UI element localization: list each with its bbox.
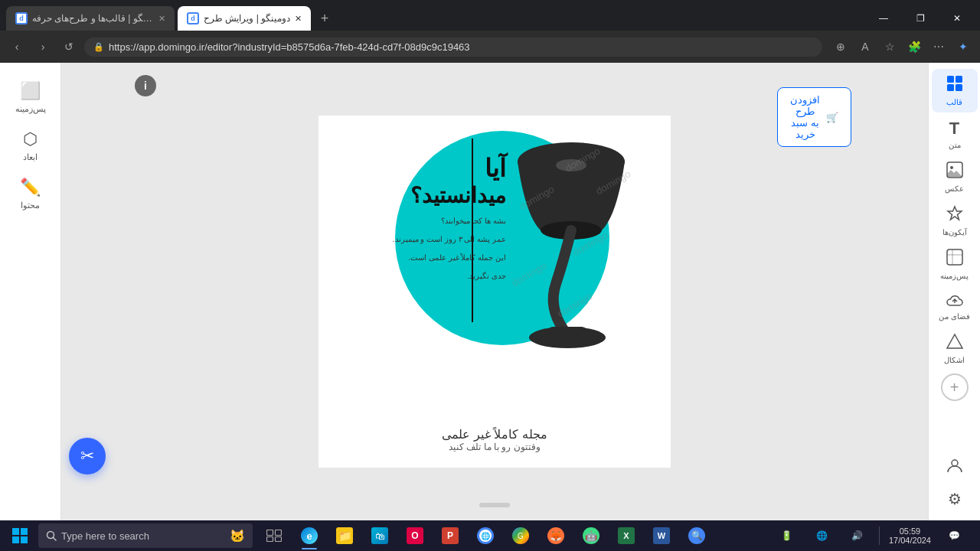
- maximize-button[interactable]: ❐: [903, 6, 937, 31]
- shapes-icon: ⬡: [23, 129, 38, 149]
- cloud-icon: [946, 292, 963, 310]
- gear-icon: ⚙: [948, 490, 962, 508]
- template-icon: [946, 75, 963, 96]
- panel-item-background[interactable]: پس‌زمینه: [932, 243, 978, 286]
- tab-close-2[interactable]: ✕: [295, 14, 302, 24]
- panel-item-photo[interactable]: عکس: [932, 155, 978, 199]
- close-button[interactable]: ✕: [940, 6, 974, 31]
- tab-favicon-2: d: [187, 12, 199, 24]
- copilot-icon[interactable]: ✦: [952, 36, 974, 57]
- taskbar-search-placeholder: Type here to search: [61, 530, 149, 542]
- panel-item-cloud[interactable]: فضای من: [932, 286, 978, 327]
- design-canvas: domingo domingo domingo domingo domingo …: [318, 116, 671, 468]
- extensions-icon[interactable]: 🧩: [903, 36, 925, 57]
- svg-rect-16: [21, 528, 28, 535]
- shapes-panel-icon: [946, 333, 963, 354]
- bottom-text-main: مجله کاملاً غیر علمی: [318, 427, 671, 442]
- panel-bottom: ⚙: [932, 451, 978, 520]
- back-button[interactable]: ‹: [6, 36, 28, 57]
- bottom-text-sub: وقتتون رو با ما تلف کنید: [318, 442, 671, 452]
- svg-point-9: [952, 460, 958, 466]
- browser-tab-2[interactable]: d دومینگو | ویرایش طرح ✕: [178, 6, 311, 31]
- tab-close-1[interactable]: ✕: [158, 14, 165, 24]
- add-tab-icon[interactable]: ⊕: [830, 36, 851, 57]
- svg-rect-22: [276, 530, 282, 536]
- start-button[interactable]: [3, 520, 37, 551]
- add-to-cart-button[interactable]: 🛒 افزودن طرح به سبد خرید: [777, 87, 851, 147]
- taskbar-taskview[interactable]: [257, 520, 291, 551]
- left-toolbar: ⬜ پس‌زمینه ⬡ ابعاد ✏️ محتوا: [0, 63, 61, 520]
- svg-rect-3: [956, 84, 962, 91]
- taskbar-firefox[interactable]: 🦊: [539, 520, 573, 551]
- new-tab-button[interactable]: +: [314, 8, 335, 29]
- svg-rect-1: [956, 76, 962, 83]
- forward-button[interactable]: ›: [32, 36, 54, 57]
- subtext-line1: بشه ها کجا میخوابند؟: [334, 215, 506, 227]
- window-controls: — ❐ ✕: [867, 6, 974, 31]
- taskbar-powerpoint[interactable]: P: [433, 520, 467, 551]
- bookmark-icon[interactable]: ☆: [879, 36, 900, 57]
- svg-rect-24: [276, 537, 282, 542]
- minimize-button[interactable]: —: [867, 6, 900, 31]
- subtext-line3: این جمله کاملاً غیر علمی است.: [334, 252, 506, 264]
- lock-icon: 🔒: [93, 42, 104, 52]
- svg-marker-6: [948, 207, 962, 220]
- scroll-handle[interactable]: [479, 497, 510, 513]
- battery-icon[interactable]: 🔋: [770, 520, 804, 551]
- panel-item-shapes[interactable]: اشکال: [932, 327, 978, 370]
- taskbar-edge[interactable]: e: [292, 520, 326, 551]
- fab-icon: ✂: [80, 446, 94, 466]
- clock-date: 17/04/2024: [889, 536, 931, 545]
- taskbar-office[interactable]: O: [398, 520, 432, 551]
- svg-rect-0: [947, 76, 954, 83]
- address-box[interactable]: 🔒 https://app.domingo.ir/editor?industry…: [84, 37, 822, 57]
- taskbar-search-box[interactable]: Type here to search 🐱: [38, 523, 253, 548]
- svg-marker-8: [947, 334, 962, 348]
- svg-point-14: [556, 159, 586, 171]
- icons-label: آیکون‌ها: [942, 228, 967, 236]
- background-label: پس‌زمینه: [15, 104, 46, 114]
- svg-rect-7: [947, 249, 962, 265]
- taskbar-store[interactable]: 🛍: [363, 520, 397, 551]
- translate-icon[interactable]: A: [854, 36, 876, 57]
- panel-item-account[interactable]: [932, 451, 978, 484]
- panel-item-icons[interactable]: آیکون‌ها: [932, 199, 978, 243]
- add-panel-button[interactable]: +: [941, 373, 969, 401]
- tool-content[interactable]: ✏️ محتوا: [4, 171, 57, 217]
- refresh-button[interactable]: ↺: [58, 36, 80, 57]
- shapes-panel-label: اشکال: [944, 356, 965, 364]
- system-clock[interactable]: 05:59 17/04/2024: [884, 527, 936, 545]
- svg-rect-15: [12, 528, 19, 535]
- text-label: متن: [949, 141, 961, 149]
- text-icon: T: [949, 119, 959, 139]
- taskbar-chrome[interactable]: 🌐: [469, 520, 502, 551]
- fab-button[interactable]: ✂: [69, 438, 106, 474]
- taskbar-chrome2[interactable]: G: [504, 520, 537, 551]
- photo-icon: [946, 161, 963, 182]
- svg-point-5: [950, 166, 953, 169]
- tab-bar: d دومینگو | قالب‌ها و طرح‌های حرفه‌... ✕…: [0, 0, 980, 31]
- taskbar-explorer[interactable]: 📁: [328, 520, 361, 551]
- tool-background[interactable]: ⬜ پس‌زمینه: [4, 75, 57, 120]
- browser-tab-1[interactable]: d دومینگو | قالب‌ها و طرح‌های حرفه‌... ✕: [6, 6, 175, 31]
- network-icon[interactable]: 🌐: [805, 520, 839, 551]
- more-icon[interactable]: ⋯: [928, 36, 949, 57]
- taskbar-search-app[interactable]: 🔍: [680, 520, 714, 551]
- panel-item-gear[interactable]: ⚙: [932, 484, 978, 514]
- canvas-area: 🛒 افزودن طرح به سبد خرید i domingo domin…: [61, 63, 928, 520]
- sound-icon[interactable]: 🔊: [841, 520, 874, 551]
- notification-icon[interactable]: 💬: [937, 520, 971, 551]
- taskbar-android[interactable]: 🤖: [574, 520, 608, 551]
- heading-line2: میدانستید؟: [334, 183, 506, 209]
- svg-rect-18: [21, 536, 28, 543]
- info-button[interactable]: i: [135, 75, 156, 96]
- panel-item-text[interactable]: T متن: [932, 112, 978, 155]
- taskbar-excel[interactable]: X: [609, 520, 643, 551]
- svg-rect-21: [267, 530, 273, 536]
- divider-line: [472, 139, 473, 322]
- panel-item-template[interactable]: قالب: [932, 69, 978, 112]
- address-bar-row: ‹ › ↺ 🔒 https://app.domingo.ir/editor?in…: [0, 31, 980, 63]
- tool-shapes[interactable]: ⬡ ابعاد: [4, 123, 57, 168]
- background-icon: ⬜: [20, 81, 41, 101]
- taskbar-word[interactable]: W: [645, 520, 678, 551]
